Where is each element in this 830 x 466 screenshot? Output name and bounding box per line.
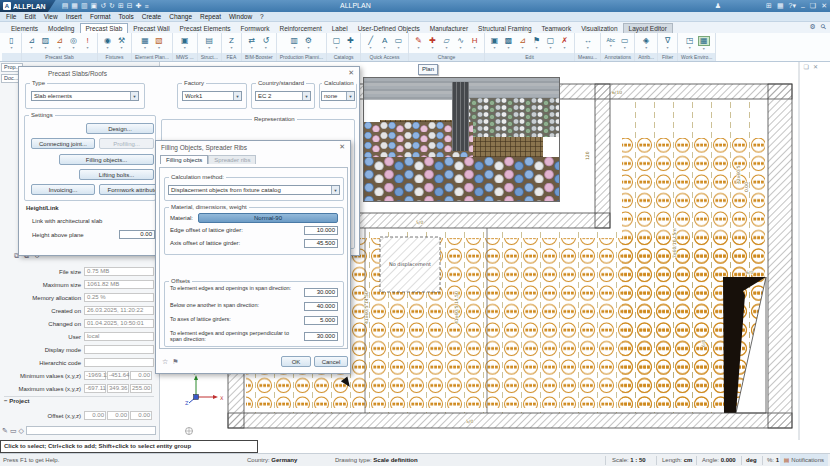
tab-filling-objects[interactable]: Filling objects	[160, 155, 208, 164]
help-icon[interactable]: ?▾	[789, 2, 796, 10]
move-icon[interactable]: ⊿▾	[516, 37, 529, 50]
slab-design-icon[interactable]: ⊿▾	[25, 37, 38, 50]
plot-icon[interactable]: ▣	[91, 2, 98, 10]
scale-status[interactable]: Scale: 1 : 50	[612, 454, 646, 466]
new-icon[interactable]: ▤	[62, 2, 69, 10]
catalog-icon[interactable]: ▢▾	[330, 37, 343, 50]
slab-openings-icon[interactable]: ◎▾	[67, 37, 80, 50]
more-icon[interactable]: ≡	[145, 3, 149, 10]
favorite-icon[interactable]: ◇	[19, 427, 24, 435]
property-value[interactable]: 349.36	[107, 384, 129, 393]
edge-offset-field[interactable]: 10.000	[304, 226, 338, 235]
angle-unit-dropdown[interactable]: deg	[746, 454, 757, 466]
menu-tools[interactable]: Tools	[115, 13, 138, 20]
modify-icon[interactable]: ✎▾	[412, 37, 425, 50]
country-status[interactable]: Country: Germany	[247, 454, 297, 466]
bim-transfer-icon[interactable]: ⇄▾	[245, 37, 258, 50]
settings-gear-icon[interactable]: ⚙	[810, 23, 816, 31]
attributes-icon[interactable]: ◈▾	[640, 37, 653, 50]
palette-filter-input[interactable]	[26, 426, 156, 435]
mws-icon[interactable]: ▣▾	[178, 37, 191, 50]
bim-sync-icon[interactable]: ↺▾	[259, 37, 272, 50]
property-value[interactable]: -1969.11	[84, 371, 106, 380]
tab-layout-editor[interactable]: Layout Editor	[623, 23, 673, 33]
production-settings-icon[interactable]: ⚙▾	[302, 37, 315, 50]
tab-visualization[interactable]: Visualization	[576, 24, 622, 33]
save-favorite-icon[interactable]: ☆	[162, 358, 168, 366]
tab-precast-wall[interactable]: Precast Wall	[128, 24, 174, 33]
calculation-dropdown[interactable]: none▼	[321, 91, 355, 101]
copy-convert-icon[interactable]: ▱▾	[440, 37, 453, 50]
property-value[interactable]: 255.00	[130, 384, 152, 393]
flag-icon[interactable]: ⚑▾	[530, 37, 543, 50]
apps-icon[interactable]: ⊞	[766, 2, 772, 10]
slab-update-icon[interactable]: !▾	[81, 37, 94, 50]
property-value[interactable]: 0.00	[130, 371, 152, 380]
drawing-type-status[interactable]: Drawing type: Scale definition	[335, 454, 418, 466]
fixture-edit-icon[interactable]: ⚒▾	[115, 37, 128, 50]
project-section-header[interactable]: − Project	[4, 396, 154, 404]
annotation-text-icon[interactable]: Abc▾	[604, 38, 617, 48]
redo-icon[interactable]: ↻	[109, 2, 115, 10]
open-icon[interactable]: ▦	[71, 2, 78, 10]
draw-line-icon[interactable]: ╱▾	[364, 37, 377, 50]
filling-objects-dialog[interactable]: Filling Objects, Spreader Ribs ✕ Filling…	[155, 140, 351, 374]
tab-spreader-ribs[interactable]: Spreader ribs	[208, 155, 256, 164]
property-value[interactable]: 1061.82 MB	[84, 280, 154, 289]
chevron-down-icon[interactable]: ▼	[302, 92, 310, 100]
height-above-plane-field[interactable]: 0.00	[119, 230, 155, 239]
chevron-down-icon[interactable]: ▼	[233, 92, 241, 100]
region-icon[interactable]: ▢▾	[544, 37, 557, 50]
slab-modify-icon[interactable]: ⊿▾	[53, 37, 66, 50]
element-plan-icon[interactable]: ▦▾	[138, 37, 151, 50]
property-value[interactable]: -697.11	[84, 384, 106, 393]
link-architectural-slab-label[interactable]: Link with architectural slab	[32, 218, 102, 224]
property-value[interactable]: -451.64	[107, 371, 129, 380]
offset-field[interactable]: 40.000	[304, 302, 338, 311]
restore-icon[interactable]: ❏	[810, 2, 816, 10]
menu-format[interactable]: Format	[86, 13, 115, 20]
tab-precast-slab[interactable]: Precast Slab	[80, 23, 129, 33]
menu-file[interactable]: File	[2, 13, 20, 20]
tab-label[interactable]: Label	[327, 24, 353, 33]
compass-icon[interactable]	[186, 428, 193, 435]
measure-icon[interactable]: ↔▾	[581, 37, 594, 50]
menu-insert[interactable]: Insert	[62, 13, 86, 20]
workspace-icon[interactable]: ◳▾	[683, 37, 696, 50]
pickup-icon[interactable]: ▭	[10, 427, 17, 435]
property-value[interactable]: 0.00	[107, 411, 129, 420]
save-icon[interactable]: ▥	[81, 2, 88, 10]
lifting-bolts-button[interactable]: Lifting bolts...	[79, 169, 154, 180]
tab-structural-framing[interactable]: Structural Framing	[473, 24, 536, 33]
type-dropdown[interactable]: Slab elements▼	[31, 91, 139, 101]
tab-modeling[interactable]: Modeling	[43, 24, 79, 33]
property-value[interactable]: 0.75 MB	[84, 267, 154, 276]
country-dropdown[interactable]: EC 2▼	[255, 91, 311, 101]
menu-change[interactable]: Change	[165, 13, 196, 20]
connecting-joint-button[interactable]: Connecting joint...	[31, 138, 95, 149]
tab-reinforcement[interactable]: Reinforcement	[274, 24, 326, 33]
fea-icon[interactable]: Z▾	[225, 37, 238, 50]
offset-field[interactable]: 30.000	[304, 332, 338, 341]
tab-elements[interactable]: Elements	[6, 24, 43, 33]
axis-offset-field[interactable]: 45.500	[304, 239, 338, 248]
material-button[interactable]: Normal-90	[198, 213, 338, 223]
load-favorite-icon[interactable]: ⚑	[172, 358, 178, 366]
property-value[interactable]: 26.03.2025, 11:20:22	[84, 306, 154, 315]
property-value[interactable]: 0.25 %	[84, 293, 154, 302]
chevron-down-icon[interactable]: ▼	[130, 92, 138, 100]
tab-manufacturer[interactable]: Manufacturer	[425, 24, 473, 33]
property-value[interactable]	[84, 358, 154, 367]
close-icon[interactable]: ✕	[339, 143, 345, 151]
notifications-button[interactable]: ▤Notifications	[780, 454, 828, 466]
length-status[interactable]: Length: cm	[662, 454, 692, 466]
percent-status[interactable]: %: 1	[767, 454, 779, 466]
close-icon[interactable]: ✕	[348, 69, 354, 77]
design-button[interactable]: Design...	[86, 123, 154, 134]
invoicing-button[interactable]: Invoicing...	[31, 184, 95, 195]
filter-icon[interactable]: ∇▾	[661, 37, 674, 50]
property-value[interactable]: local	[84, 332, 154, 341]
chevron-down-icon[interactable]: ▼	[346, 92, 354, 100]
property-value[interactable]: 0.00	[130, 411, 152, 420]
workspace-active-icon[interactable]: ▦▾	[697, 36, 710, 51]
